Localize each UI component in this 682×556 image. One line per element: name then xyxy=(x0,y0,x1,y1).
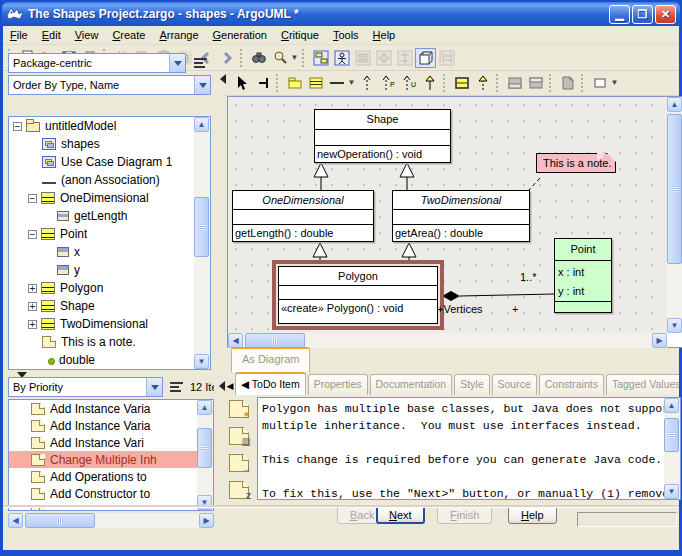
scroll-up-icon[interactable]: ▲ xyxy=(667,97,682,112)
tree-item-x[interactable]: x xyxy=(9,243,210,261)
menu-help[interactable]: Help xyxy=(366,27,403,43)
todo-list-item-selected[interactable]: Change Multiple Inh xyxy=(9,451,213,468)
tree-item-getlength[interactable]: getLength xyxy=(9,207,210,225)
tab-documentation[interactable]: Documentation xyxy=(370,374,453,395)
class-diagram-icon[interactable] xyxy=(310,48,331,68)
todo-list-scrollbar[interactable]: ▲ ▼ xyxy=(197,400,213,510)
package-tool-icon[interactable] xyxy=(284,73,305,93)
collapse-icon[interactable] xyxy=(28,194,37,203)
uml-class-polygon[interactable]: Polygon «create» Polygon() : void xyxy=(278,266,438,324)
uml-class-polygon-selected[interactable]: Polygon «create» Polygon() : void xyxy=(272,260,444,330)
scroll-up-icon[interactable]: ▲ xyxy=(197,400,212,415)
close-button[interactable]: ✕ xyxy=(655,5,676,24)
tree-item-onedimensional[interactable]: OneDimensional xyxy=(9,189,210,207)
activity-diagram-icon[interactable] xyxy=(394,48,415,68)
tree-item-twodimensional[interactable]: TwoDimensional xyxy=(9,315,210,333)
todo-filter-combo[interactable]: By Priority xyxy=(8,377,163,397)
menu-create[interactable]: Create xyxy=(105,27,152,43)
todo-list-item[interactable]: Add Instance Varia xyxy=(9,400,213,417)
tab-source[interactable]: Source xyxy=(492,374,537,395)
splitter-collapse-icon[interactable] xyxy=(214,381,225,391)
tab-scroll-left-icon[interactable]: ◀ xyxy=(225,381,235,395)
tab-constraints[interactable]: Constraints xyxy=(539,374,604,395)
tree-item-shapes[interactable]: shapes xyxy=(9,135,210,153)
scrollbar-thumb[interactable] xyxy=(194,197,209,257)
add-attribute-tool-icon[interactable] xyxy=(504,73,525,93)
find-icon[interactable] xyxy=(248,48,269,68)
select-tool-icon[interactable] xyxy=(231,73,252,93)
dependency-tool-icon[interactable] xyxy=(356,73,377,93)
state-diagram-icon[interactable] xyxy=(352,48,373,68)
tab-properties[interactable]: Properties xyxy=(308,374,368,395)
scrollbar-thumb[interactable] xyxy=(664,418,679,452)
menu-tools[interactable]: Tools xyxy=(326,27,366,43)
permission-tool-icon[interactable]: P xyxy=(377,73,398,93)
interface-tool-icon[interactable] xyxy=(451,73,472,93)
comment-tool-icon[interactable] xyxy=(557,73,578,93)
uml-note[interactable]: This is a note. xyxy=(536,153,616,173)
minimize-button[interactable]: ▁ xyxy=(609,5,630,24)
tab-style[interactable]: Style xyxy=(454,374,489,395)
shape-dropdown-icon[interactable]: ▼ xyxy=(610,73,619,93)
canvas-hscrollbar[interactable]: ◀ ▶ xyxy=(228,333,667,348)
collaboration-diagram-icon[interactable] xyxy=(373,48,394,68)
combo-arrow-icon[interactable] xyxy=(169,54,185,72)
menu-generation[interactable]: Generation xyxy=(206,27,274,43)
scroll-down-icon[interactable]: ▼ xyxy=(664,484,679,499)
tree-item-y[interactable]: y xyxy=(9,261,210,279)
scroll-up-icon[interactable]: ▲ xyxy=(194,117,209,132)
tree-scrollbar[interactable]: ▲ ▼ xyxy=(194,117,210,369)
snooze-todo-icon[interactable]: z xyxy=(229,481,249,499)
diagram-canvas[interactable]: Shape newOperation() : void OneDimension… xyxy=(228,97,667,333)
todo-list-item[interactable]: Add Constructor to xyxy=(9,485,213,502)
combo-arrow-icon[interactable] xyxy=(194,76,210,94)
collapse-icon[interactable] xyxy=(28,230,37,239)
tab-tagged-values[interactable]: Tagged Values xyxy=(606,374,679,395)
association-plus[interactable]: + xyxy=(512,303,518,315)
todo-list-item[interactable]: Add Instance Vari xyxy=(9,434,213,451)
menu-file[interactable]: File xyxy=(3,27,35,43)
expand-icon[interactable] xyxy=(28,320,37,329)
class-tool-icon[interactable] xyxy=(305,73,326,93)
association-name[interactable]: +Vertices xyxy=(437,303,483,315)
expand-icon[interactable] xyxy=(28,302,37,311)
tab-todo-item[interactable]: ◀ ToDo Item xyxy=(235,372,306,395)
broom-tool-icon[interactable] xyxy=(252,73,273,93)
usage-tool-icon[interactable]: U xyxy=(398,73,419,93)
tree-item-point[interactable]: Point xyxy=(9,225,210,243)
expand-icon[interactable] xyxy=(28,284,37,293)
todo-description[interactable]: Polygon has multiple base classes, but J… xyxy=(257,397,681,500)
uml-class-shape[interactable]: Shape newOperation() : void xyxy=(314,109,451,163)
menu-edit[interactable]: Edit xyxy=(35,27,68,43)
uml-class-point[interactable]: Point x : int y : int xyxy=(554,238,612,313)
todo-list-item[interactable]: Add Instance Varia xyxy=(9,417,213,434)
collapse-icon[interactable] xyxy=(13,122,22,131)
tree-item-double[interactable]: double xyxy=(9,351,210,369)
resolve-todo-icon[interactable]: → xyxy=(229,454,249,472)
scroll-right-icon[interactable]: ▶ xyxy=(652,333,667,348)
tree-item-usecase-diagram[interactable]: Use Case Diagram 1 xyxy=(9,153,210,171)
delete-todo-icon[interactable]: ▥ xyxy=(229,427,249,445)
generalization-tool-icon[interactable] xyxy=(419,73,440,93)
navigate-forward-icon[interactable] xyxy=(216,48,237,68)
association-multiplicity[interactable]: 1..* xyxy=(520,271,537,283)
scroll-up-icon[interactable]: ▲ xyxy=(664,398,679,413)
configure-perspectives-button[interactable] xyxy=(191,54,209,72)
ordering-combo[interactable]: Order By Type, Name xyxy=(8,75,211,95)
usecase-diagram-icon[interactable] xyxy=(331,48,352,68)
menu-critique[interactable]: Critique xyxy=(274,27,326,43)
scroll-down-icon[interactable]: ▼ xyxy=(667,318,682,333)
tree-item-untitledmodel[interactable]: untitledModel xyxy=(9,117,210,135)
scrollbar-thumb[interactable] xyxy=(245,333,305,348)
todo-flat-view-button[interactable] xyxy=(167,378,185,396)
association-dropdown-icon[interactable]: ▼ xyxy=(347,73,356,93)
tree-item-note[interactable]: This is a note. xyxy=(9,333,210,351)
zoom-dropdown-icon[interactable]: ▼ xyxy=(290,48,299,68)
uml-class-twodimensional[interactable]: TwoDimensional getArea() : double xyxy=(392,190,530,242)
new-todo-icon[interactable]: ✶ xyxy=(229,400,249,418)
todo-list-item[interactable]: Add Operations to xyxy=(9,468,213,485)
uml-class-onedimensional[interactable]: OneDimensional getLength() : double xyxy=(232,190,374,242)
scroll-down-icon[interactable]: ▼ xyxy=(194,354,209,369)
realization-tool-icon[interactable] xyxy=(472,73,493,93)
sequence-diagram-icon[interactable] xyxy=(436,48,457,68)
